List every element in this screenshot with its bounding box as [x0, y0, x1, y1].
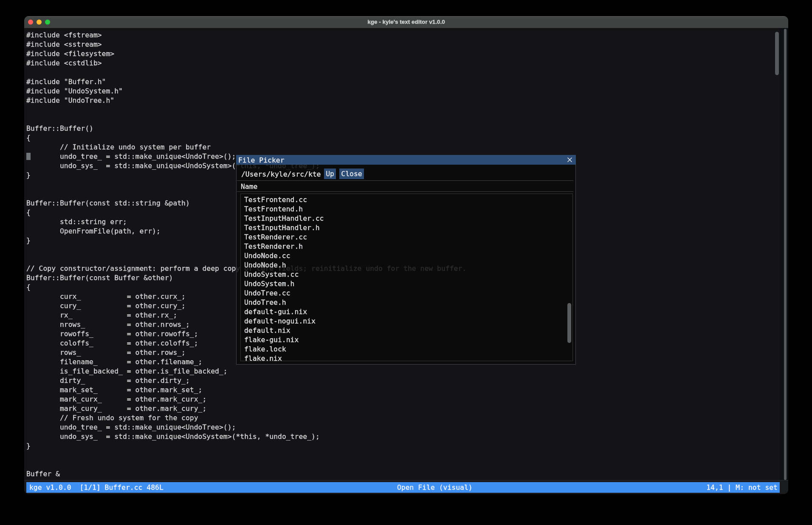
- file-list-item[interactable]: TestInputHandler.cc: [244, 214, 324, 223]
- code-line: Buffer &: [26, 469, 466, 479]
- editor-area[interactable]: #include <fstream>#include <sstream>#inc…: [24, 28, 788, 480]
- code-line: #include <filesystem>: [26, 49, 466, 59]
- code-line: {: [26, 133, 466, 143]
- close-button[interactable]: Close: [339, 168, 364, 179]
- status-zone: kge v1.0.0 [1/1] Buffer.cc 486L Open Fil…: [24, 480, 788, 494]
- file-list-item[interactable]: UndoTree.h: [244, 298, 324, 307]
- file-list[interactable]: TestFrontend.ccTestFrontend.hTestInputHa…: [240, 194, 573, 361]
- code-line: // Fresh undo system for the copy: [26, 413, 466, 423]
- file-list-item[interactable]: TestFrontend.h: [244, 205, 324, 214]
- code-line: mark_cury_ = other.mark_cury_;: [26, 404, 466, 413]
- code-line: #include "UndoTree.h": [26, 96, 466, 105]
- file-list-item[interactable]: TestFrontend.cc: [244, 195, 324, 205]
- file-list-items: TestFrontend.ccTestFrontend.hTestInputHa…: [244, 195, 324, 363]
- text-cursor: [26, 153, 31, 160]
- column-header-name: Name: [241, 182, 257, 191]
- file-list-scrollbar-thumb[interactable]: [567, 303, 571, 343]
- code-line: mark_set_ = other.mark_set_;: [26, 385, 466, 395]
- file-list-item[interactable]: flake.lock: [244, 345, 324, 354]
- file-list-item[interactable]: flake.nix: [244, 354, 324, 363]
- code-line: [26, 115, 466, 124]
- code-line: undo_sys_ = std::make_unique<UndoSystem>…: [26, 432, 466, 441]
- status-center: Open File (visual): [397, 482, 473, 493]
- file-list-item[interactable]: default.nix: [244, 326, 324, 335]
- window-titlebar[interactable]: kge - kyle's text editor v1.0.0: [24, 16, 788, 28]
- code-line: #include <fstream>: [26, 31, 466, 40]
- code-line: #include <cstdlib>: [26, 59, 466, 68]
- file-list-item[interactable]: flake-gui.nix: [244, 335, 324, 345]
- file-picker-body: /Users/kyle/src/kte Up Close Name TestFr…: [236, 165, 576, 365]
- file-list-item[interactable]: UndoNode.h: [244, 261, 324, 270]
- code-line: }: [26, 441, 466, 451]
- status-right: 14,1 | M: not set: [706, 482, 778, 493]
- up-button[interactable]: Up: [324, 168, 336, 179]
- file-list-item[interactable]: UndoTree.cc: [244, 289, 324, 298]
- code-line: undo_tree_ = std::make_unique<UndoTree>(…: [26, 423, 466, 432]
- close-icon[interactable]: [567, 157, 572, 163]
- code-line: // Initialize undo system per buffer: [26, 143, 466, 152]
- code-line: #include "UndoSystem.h": [26, 87, 466, 96]
- status-bar: kge v1.0.0 [1/1] Buffer.cc 486L Open Fil…: [26, 482, 780, 493]
- file-list-item[interactable]: TestInputHandler.h: [244, 223, 324, 233]
- code-line: #include "Buffer.h": [26, 77, 466, 87]
- file-list-item[interactable]: UndoSystem.h: [244, 279, 324, 289]
- code-line: Buffer::Buffer(): [26, 124, 466, 133]
- file-list-item[interactable]: default-gui.nix: [244, 307, 324, 317]
- file-picker-title: File Picker: [238, 155, 285, 165]
- code-line: [26, 460, 466, 469]
- code-line: [26, 451, 466, 460]
- code-line: #include <sstream>: [26, 40, 466, 49]
- editor-scrollbar-thumb[interactable]: [775, 32, 779, 75]
- file-picker-dialog: /Users/kyle/src/kte Up Close Name TestFr…: [236, 155, 576, 365]
- code-line: is_file_backed_ = other.is_file_backed_;: [26, 367, 466, 376]
- code-line: [26, 105, 466, 115]
- app-window: kge - kyle's text editor v1.0.0 #include…: [24, 16, 788, 494]
- code-line: [26, 68, 466, 77]
- path-separator: [237, 180, 573, 181]
- current-path: /Users/kyle/src/kte: [241, 170, 321, 179]
- file-picker-titlebar[interactable]: File Picker: [236, 155, 576, 165]
- window-scrollbar[interactable]: [784, 29, 787, 480]
- window-title: kge - kyle's text editor v1.0.0: [24, 16, 788, 28]
- code-line: mark_curx_ = other.mark_curx_;: [26, 395, 466, 404]
- file-list-item[interactable]: UndoSystem.cc: [244, 270, 324, 279]
- code-line: dirty_ = other.dirty_;: [26, 376, 466, 385]
- file-list-item[interactable]: UndoNode.cc: [244, 251, 324, 261]
- file-list-item[interactable]: default-nogui.nix: [244, 317, 324, 326]
- file-list-item[interactable]: TestRenderer.cc: [244, 233, 324, 242]
- status-left: kge v1.0.0 [1/1] Buffer.cc 486L: [29, 482, 164, 493]
- file-list-item[interactable]: TestRenderer.h: [244, 242, 324, 251]
- header-separator: [237, 191, 573, 192]
